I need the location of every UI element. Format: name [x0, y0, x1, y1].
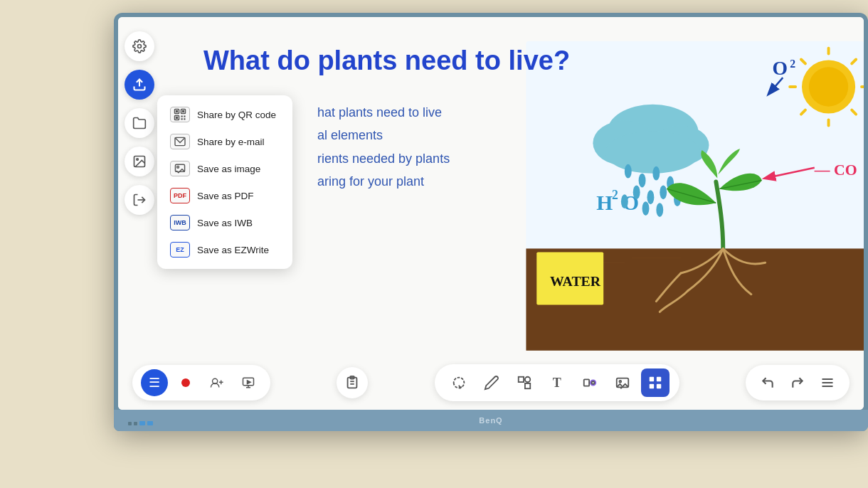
share-qr-label: Share by QR code: [197, 110, 276, 120]
slide-title: What do plants need to live?: [203, 46, 570, 76]
more-tools-button[interactable]: [641, 368, 669, 397]
left-sidebar: [118, 17, 161, 410]
svg-point-31: [621, 194, 628, 208]
clipboard-button[interactable]: [337, 367, 368, 398]
svg-rect-51: [182, 110, 184, 112]
svg-point-30: [674, 192, 681, 206]
port-dot: [134, 422, 137, 425]
svg-text:2: 2: [790, 58, 795, 70]
svg-line-38: [667, 189, 716, 203]
svg-point-80: [619, 381, 621, 383]
svg-point-1: [802, 60, 855, 113]
svg-rect-56: [181, 118, 183, 120]
usb-port: [147, 421, 153, 425]
svg-rect-84: [656, 384, 660, 388]
shapes-button[interactable]: [510, 368, 539, 397]
svg-rect-81: [649, 377, 653, 381]
save-iwb-label: Save as IWB: [197, 218, 253, 228]
monitor-frame: O 2 — CO 2 H 2 O: [114, 13, 868, 431]
svg-line-7: [801, 59, 805, 63]
monitor-screen: O 2 — CO 2 H 2 O: [118, 17, 864, 410]
object-button[interactable]: [576, 368, 604, 397]
share-button[interactable]: [125, 70, 154, 100]
save-image-item[interactable]: Save as image: [163, 155, 287, 182]
svg-point-19: [607, 105, 699, 161]
port-dot: [128, 422, 132, 425]
svg-rect-55: [184, 116, 185, 117]
image-save-icon: [170, 161, 190, 176]
media-button[interactable]: [125, 147, 154, 176]
add-user-button[interactable]: [203, 369, 231, 396]
toolbar-left-group: ☰: [132, 365, 270, 401]
save-ezwrite-item[interactable]: EZ Save as EZWrite: [163, 236, 287, 263]
svg-point-2: [809, 67, 848, 106]
iwb-icon: IWB: [170, 215, 190, 230]
svg-point-23: [625, 164, 632, 179]
svg-point-43: [138, 45, 142, 48]
files-button[interactable]: [125, 108, 154, 138]
svg-point-32: [642, 201, 650, 216]
svg-rect-49: [176, 110, 178, 112]
svg-point-26: [667, 176, 674, 191]
svg-point-60: [177, 166, 179, 168]
svg-point-25: [652, 166, 660, 181]
svg-rect-76: [583, 379, 588, 386]
save-image-label: Save as image: [197, 164, 260, 174]
svg-point-24: [639, 174, 646, 188]
svg-point-27: [633, 185, 640, 199]
svg-point-20: [593, 120, 656, 165]
present-button[interactable]: [235, 369, 262, 396]
more-options-button[interactable]: [814, 369, 841, 396]
text-button[interactable]: T: [543, 368, 571, 397]
slide-list: hat plants need to live al elements rien…: [317, 101, 450, 193]
svg-line-10: [801, 110, 805, 115]
svg-point-29: [660, 185, 667, 199]
save-pdf-item[interactable]: PDF Save as PDF: [163, 182, 287, 209]
undo-button[interactable]: [754, 369, 781, 396]
svg-rect-82: [656, 377, 660, 381]
svg-point-61: [181, 378, 190, 387]
benq-logo: BenQ: [479, 416, 502, 425]
svg-text:2: 2: [612, 188, 618, 202]
svg-point-78: [591, 381, 594, 384]
svg-rect-74: [525, 383, 530, 388]
svg-line-9: [852, 59, 856, 63]
menu-button[interactable]: ☰: [141, 369, 168, 396]
svg-line-39: [719, 181, 761, 189]
svg-text:H: H: [596, 191, 613, 214]
exit-button[interactable]: [125, 185, 154, 215]
bottom-toolbar: ☰: [118, 364, 864, 401]
svg-rect-40: [536, 252, 603, 304]
toolbar-tools-group: T: [435, 364, 679, 401]
redo-button[interactable]: [784, 369, 811, 396]
svg-line-8: [852, 110, 856, 115]
svg-point-75: [525, 377, 530, 382]
save-iwb-item[interactable]: IWB Save as IWB: [163, 209, 287, 236]
svg-point-46: [137, 159, 139, 161]
whiteboard: O 2 — CO 2 H 2 O: [118, 17, 864, 410]
toolbar-right-group: [746, 365, 850, 401]
svg-rect-34: [526, 248, 864, 350]
svg-text:O: O: [623, 191, 639, 214]
lasso-select-button[interactable]: [445, 368, 473, 397]
svg-rect-53: [176, 117, 178, 119]
ez-icon: EZ: [170, 242, 190, 258]
svg-point-28: [647, 190, 654, 204]
qr-icon: [170, 107, 190, 122]
settings-button[interactable]: [125, 31, 154, 61]
insert-image-button[interactable]: [608, 368, 637, 397]
record-button[interactable]: [172, 369, 199, 396]
svg-line-42: [766, 168, 815, 179]
save-ezwrite-label: Save as EZWrite: [197, 245, 269, 255]
share-email-item[interactable]: Share by e-mail: [163, 128, 287, 155]
pen-button[interactable]: [477, 368, 506, 397]
share-qr-item[interactable]: Share by QR code: [163, 101, 287, 128]
svg-rect-0: [526, 41, 864, 266]
svg-rect-73: [518, 377, 523, 382]
svg-rect-54: [181, 116, 183, 117]
svg-text:O: O: [772, 57, 788, 79]
share-menu: Share by QR code Share by e-mail: [157, 95, 292, 269]
list-item: hat plants need to live: [317, 101, 450, 124]
svg-point-21: [652, 125, 709, 164]
svg-text:— CO: — CO: [814, 161, 857, 179]
